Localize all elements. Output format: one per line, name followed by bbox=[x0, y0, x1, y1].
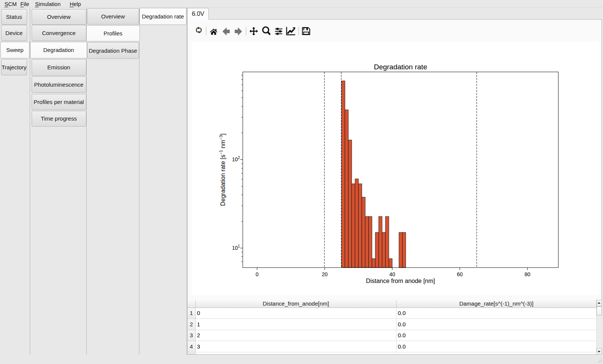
svg-text:Degradation rate [s−1 nm−3]: Degradation rate [s−1 nm−3] bbox=[219, 133, 226, 206]
svg-text:80: 80 bbox=[524, 271, 530, 277]
svg-text:20: 20 bbox=[321, 271, 328, 277]
svg-text:Distance from anode [nm]: Distance from anode [nm] bbox=[366, 278, 435, 284]
svg-text:0: 0 bbox=[256, 271, 259, 277]
svg-text:40: 40 bbox=[389, 271, 395, 277]
svg-text:60: 60 bbox=[457, 271, 463, 277]
svg-text:Degradation rate: Degradation rate bbox=[373, 63, 427, 71]
